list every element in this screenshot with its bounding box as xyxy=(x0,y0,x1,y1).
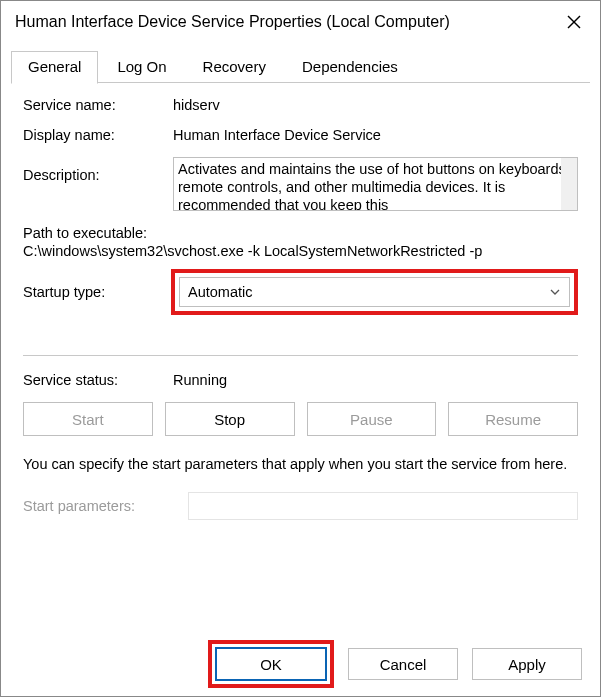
chevron-down-icon xyxy=(549,286,561,298)
description-scrollbar[interactable] xyxy=(561,158,577,210)
description-text: Activates and maintains the use of hot b… xyxy=(178,161,570,211)
tab-recovery[interactable]: Recovery xyxy=(186,51,283,83)
apply-button[interactable]: Apply xyxy=(472,648,582,680)
display-name-label: Display name: xyxy=(23,127,173,143)
dialog-footer: OK Cancel Apply xyxy=(208,640,582,688)
tab-content-general: Service name: hidserv Display name: Huma… xyxy=(1,83,600,520)
close-button[interactable] xyxy=(552,6,596,38)
resume-button: Resume xyxy=(448,402,578,436)
pause-button: Pause xyxy=(307,402,437,436)
start-params-hint: You can specify the start parameters tha… xyxy=(23,454,578,474)
row-startup-type: Startup type: Automatic xyxy=(23,269,578,315)
row-display-name: Display name: Human Interface Device Ser… xyxy=(23,127,578,143)
window-title: Human Interface Device Service Propertie… xyxy=(15,13,552,31)
description-label: Description: xyxy=(23,157,173,183)
startup-type-value: Automatic xyxy=(188,284,252,300)
row-service-status: Service status: Running xyxy=(23,372,578,388)
display-name-value: Human Interface Device Service xyxy=(173,127,578,143)
row-path: Path to executable: C:\windows\system32\… xyxy=(23,225,578,259)
stop-button[interactable]: Stop xyxy=(165,402,295,436)
close-icon xyxy=(567,15,581,29)
cancel-button[interactable]: Cancel xyxy=(348,648,458,680)
tab-dependencies[interactable]: Dependencies xyxy=(285,51,415,83)
tab-logon[interactable]: Log On xyxy=(100,51,183,83)
service-control-buttons: Start Stop Pause Resume xyxy=(23,402,578,436)
startup-type-label: Startup type: xyxy=(23,284,173,300)
separator xyxy=(23,355,578,356)
start-button: Start xyxy=(23,402,153,436)
start-params-label: Start parameters: xyxy=(23,498,188,514)
tab-strip: General Log On Recovery Dependencies xyxy=(11,51,590,83)
service-status-label: Service status: xyxy=(23,372,173,388)
ok-button[interactable]: OK xyxy=(216,648,326,680)
properties-dialog: Human Interface Device Service Propertie… xyxy=(0,0,601,697)
ok-button-highlight: OK xyxy=(208,640,334,688)
row-service-name: Service name: hidserv xyxy=(23,97,578,113)
titlebar: Human Interface Device Service Propertie… xyxy=(1,1,600,43)
description-box[interactable]: Activates and maintains the use of hot b… xyxy=(173,157,578,211)
tab-general[interactable]: General xyxy=(11,51,98,84)
row-start-params: Start parameters: xyxy=(23,492,578,520)
startup-type-combobox[interactable]: Automatic xyxy=(179,277,570,307)
path-value: C:\windows\system32\svchost.exe -k Local… xyxy=(23,243,578,259)
service-status-value: Running xyxy=(173,372,578,388)
row-description: Description: Activates and maintains the… xyxy=(23,157,578,211)
startup-type-highlight: Automatic xyxy=(171,269,578,315)
service-name-label: Service name: xyxy=(23,97,173,113)
path-label: Path to executable: xyxy=(23,225,578,241)
start-params-input xyxy=(188,492,578,520)
service-name-value: hidserv xyxy=(173,97,578,113)
